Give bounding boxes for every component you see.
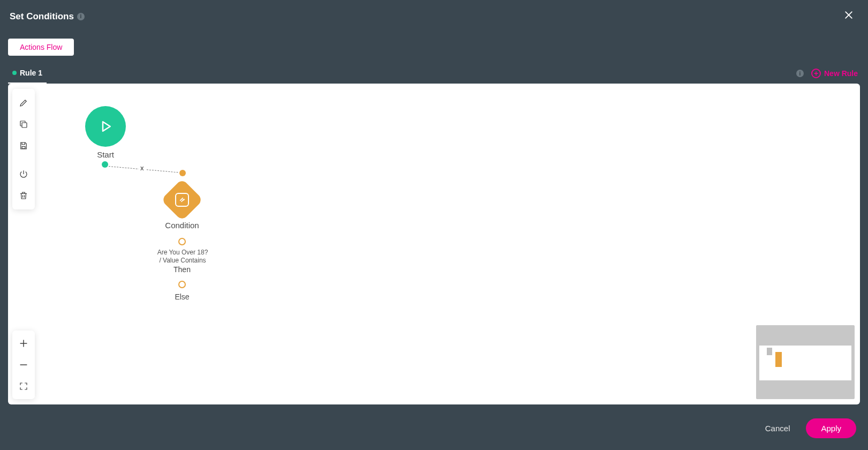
minimap[interactable]	[756, 325, 855, 399]
condition-input-port[interactable]	[179, 170, 186, 176]
condition-detail: Are You Over 18? / Value Contains	[145, 249, 220, 265]
modal-title: Set Conditions	[10, 11, 74, 22]
toolbar: Actions Flow	[0, 33, 868, 63]
play-icon	[97, 118, 114, 134]
flow-area: Start x If Condition Are You Over 18? / …	[8, 84, 860, 404]
info-icon[interactable]: i	[77, 13, 85, 20]
close-icon[interactable]	[839, 8, 858, 26]
minimap-viewport	[759, 346, 851, 380]
info-icon[interactable]: i	[796, 70, 804, 77]
tab-label: Rule 1	[20, 69, 42, 77]
flow-canvas[interactable]: Start x If Condition Are You Over 18? / …	[8, 84, 860, 404]
condition-else-port[interactable]	[178, 281, 186, 288]
condition-label: Condition	[153, 221, 212, 230]
canvas-container: Start x If Condition Are You Over 18? / …	[0, 84, 868, 409]
status-dot-icon	[12, 71, 17, 75]
minimap-condition-icon	[775, 352, 782, 367]
set-conditions-modal: Set Conditions i Actions Flow Rule 1 i +…	[0, 0, 868, 450]
then-label: Then	[163, 265, 201, 274]
minimap-start-icon	[767, 348, 772, 355]
new-rule-button[interactable]: + New Rule	[809, 65, 860, 81]
new-rule-label: New Rule	[824, 69, 858, 78]
modal-footer: Cancel Apply	[0, 409, 868, 450]
actions-flow-button[interactable]: Actions Flow	[8, 39, 74, 56]
condition-then-port[interactable]	[178, 238, 186, 245]
apply-button[interactable]: Apply	[806, 418, 856, 438]
rule-tabs: Rule 1 i + New Rule	[0, 63, 868, 84]
condition-node[interactable]: If	[161, 178, 203, 221]
condition-detail-line1: Are You Over 18?	[157, 249, 208, 256]
modal-header: Set Conditions i	[0, 0, 868, 33]
start-label: Start	[85, 150, 126, 159]
condition-detail-line2: / Value Contains	[159, 257, 206, 264]
else-label: Else	[163, 292, 201, 301]
edge-delete-button[interactable]: x	[139, 164, 146, 172]
plus-circle-icon: +	[811, 69, 821, 78]
svg-marker-7	[103, 122, 110, 131]
start-node[interactable]	[85, 106, 126, 147]
if-icon: If	[175, 193, 189, 207]
tab-rule-1[interactable]: Rule 1	[8, 63, 47, 84]
cancel-button[interactable]: Cancel	[759, 419, 797, 437]
start-output-port[interactable]	[102, 161, 108, 168]
